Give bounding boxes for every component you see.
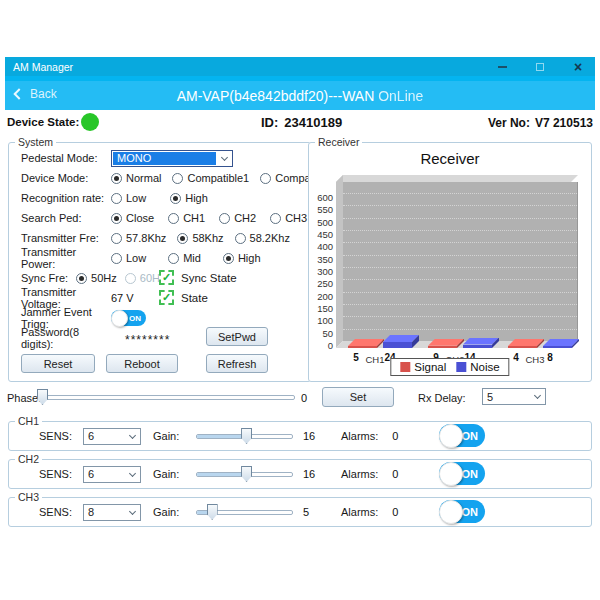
sens-select[interactable]: 8 (83, 504, 141, 521)
transmitter-fre-radio-group: 57.8Khz58Khz58.2Khz (111, 232, 290, 244)
gain-slider[interactable] (196, 428, 293, 444)
y-axis-tick-label: 350 (308, 254, 333, 265)
radio-57-8khz[interactable]: 57.8Khz (111, 232, 166, 244)
app-window: AM Manager × Back AM-VAP(b4e842bddf20)--… (5, 57, 595, 533)
radio-58khz[interactable]: 58Khz (177, 232, 223, 244)
radio-icon (260, 173, 271, 184)
toggle-state-label: ON (129, 314, 141, 323)
radio-icon (170, 193, 181, 204)
device-state-label: Device State: (7, 116, 79, 128)
gain-slider[interactable] (196, 466, 293, 482)
chart-gridline (343, 292, 577, 293)
alarms-value: 0 (392, 506, 398, 518)
channel-list: CH1 SENS: 6 Gain: 16 Alarms: 0 ON CH2 SE… (8, 415, 592, 529)
recognition-rate-row: Recognition rate: LowHigh (21, 191, 337, 205)
radio-50hz[interactable]: 50Hz (76, 272, 117, 284)
channel-on-toggle[interactable]: ON (439, 462, 485, 485)
radio-high[interactable]: High (223, 252, 261, 264)
radio-mid[interactable]: Mid (168, 252, 201, 264)
radio-icon (168, 213, 179, 224)
gain-label: Gain: (153, 468, 191, 480)
chart-gridline (343, 242, 577, 243)
legend-item-noise: Noise (456, 361, 499, 373)
close-button[interactable]: × (571, 60, 585, 74)
checkbox-checked-icon: ✓ (159, 290, 174, 305)
state-label: State (181, 292, 208, 304)
radio-low[interactable]: Low (111, 192, 146, 204)
radio-ch1[interactable]: CH1 (168, 212, 205, 224)
chart-gridline (343, 230, 577, 231)
minimize-button[interactable] (495, 60, 509, 74)
gain-slider[interactable] (196, 504, 293, 520)
maximize-icon (536, 63, 544, 71)
slider-thumb[interactable] (241, 466, 252, 482)
slider-groove (42, 395, 295, 400)
y-axis-tick-label: 150 (308, 303, 333, 314)
system-buttons-row: Reset Reboot Refresh (21, 354, 337, 373)
radio-ch3[interactable]: CH3 (270, 212, 307, 224)
setpwd-button[interactable]: SetPwd (206, 327, 268, 346)
radio-icon (168, 253, 179, 264)
sens-select[interactable]: 6 (83, 428, 141, 445)
transmitter-fre-row: Transmitter Fre: 57.8Khz58Khz58.2Khz (21, 231, 337, 245)
sync-state-checkbox[interactable]: ✓ Sync State (159, 270, 237, 285)
refresh-button[interactable]: Refresh (206, 354, 268, 373)
rx-delay-select[interactable]: 5 (482, 388, 546, 405)
chart-top-wall (336, 175, 578, 182)
noise-swatch-icon (456, 362, 466, 372)
jammer-toggle[interactable]: ON (111, 310, 146, 326)
sens-label: SENS: (39, 430, 83, 442)
radio-icon (270, 213, 281, 224)
maximize-button[interactable] (533, 60, 547, 74)
y-axis-tick-label: 200 (308, 291, 333, 302)
chart-title: Receiver (309, 150, 591, 167)
radio-icon (219, 213, 230, 224)
state-checkbox[interactable]: ✓ State (159, 290, 208, 305)
phase-slider[interactable] (42, 389, 295, 405)
channel-on-toggle[interactable]: ON (439, 424, 485, 447)
x-axis-group-ch3: 4CH38 (503, 352, 565, 364)
pedestal-mode-select[interactable]: MONO (111, 150, 233, 167)
channel-group: CH3 SENS: 8 Gain: 5 Alarms: 0 ON (8, 491, 592, 527)
radio-icon (223, 253, 234, 264)
slider-thumb[interactable] (241, 428, 252, 444)
y-axis-tick-label: 450 (308, 229, 333, 240)
radio-close[interactable]: Close (111, 212, 154, 224)
y-axis-tick-label: 400 (308, 241, 333, 252)
chart-bar-signal-ch1 (348, 339, 384, 348)
sync-fre-row: Sync Fre: 50Hz60Hz ✓ Sync State (21, 271, 337, 285)
chart-left-wall (336, 175, 343, 348)
set-button[interactable]: Set (322, 387, 394, 407)
y-axis-tick-label: 100 (308, 315, 333, 326)
radio-compatible1[interactable]: Compatible1 (172, 172, 249, 184)
chart-bar-signal-ch3 (508, 339, 544, 348)
legend-item-signal: Signal (400, 361, 446, 373)
chevron-down-icon (124, 473, 140, 476)
channel-on-toggle[interactable]: ON (439, 500, 485, 523)
sens-select[interactable]: 6 (83, 466, 141, 483)
toggle-knob (439, 424, 463, 448)
y-axis-tick-label: 250 (308, 278, 333, 289)
radio-low[interactable]: Low (111, 252, 146, 264)
y-axis-tick-label: 550 (308, 204, 333, 215)
device-state-indicator (81, 113, 99, 131)
radio-normal[interactable]: Normal (111, 172, 161, 184)
chart-bar-noise-ch3 (543, 339, 579, 348)
alarms-label: Alarms: (341, 506, 378, 518)
gain-value: 16 (303, 430, 323, 442)
chart-gridline (343, 316, 577, 317)
chart-gridline (343, 279, 577, 280)
radio-58-2khz[interactable]: 58.2Khz (235, 232, 290, 244)
sync-fre-radio-group: 50Hz60Hz (76, 272, 165, 284)
reset-button[interactable]: Reset (21, 354, 95, 373)
close-icon: × (574, 60, 582, 74)
jammer-row: Jammer Event Trigg: ON (21, 311, 337, 325)
chart-gridline (343, 267, 577, 268)
radio-high[interactable]: High (170, 192, 208, 204)
alarms-value: 0 (392, 468, 398, 480)
pedestal-mode-label: Pedestal Mode: (21, 152, 111, 164)
slider-thumb[interactable] (207, 504, 218, 520)
system-group-label: System (15, 136, 56, 148)
reboot-button[interactable]: Reboot (106, 354, 178, 373)
radio-ch2[interactable]: CH2 (219, 212, 256, 224)
